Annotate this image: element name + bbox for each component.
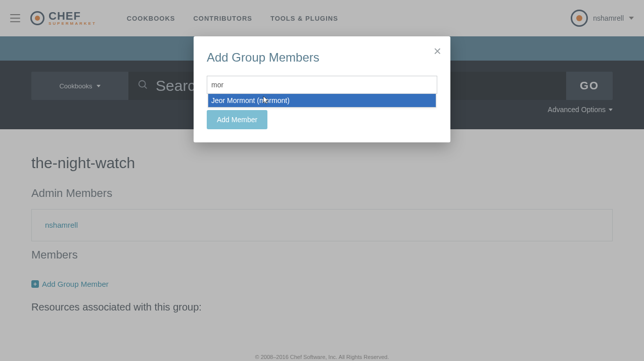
close-icon[interactable]: ×	[434, 43, 441, 59]
member-search-input[interactable]	[207, 76, 437, 94]
typeahead-suggestion[interactable]: Jeor Mormont (mormont)	[208, 94, 436, 107]
modal-title: Add Group Members	[207, 50, 437, 65]
member-typeahead: Jeor Mormont (mormont)	[207, 76, 437, 94]
suggestion-label: Jeor Mormont (mormont)	[211, 96, 290, 105]
add-group-members-modal: × Add Group Members Jeor Mormont (mormon…	[194, 36, 450, 142]
typeahead-dropdown: Jeor Mormont (mormont)	[208, 94, 436, 108]
add-member-button[interactable]: Add Member	[207, 110, 267, 129]
cursor-icon	[262, 95, 269, 105]
